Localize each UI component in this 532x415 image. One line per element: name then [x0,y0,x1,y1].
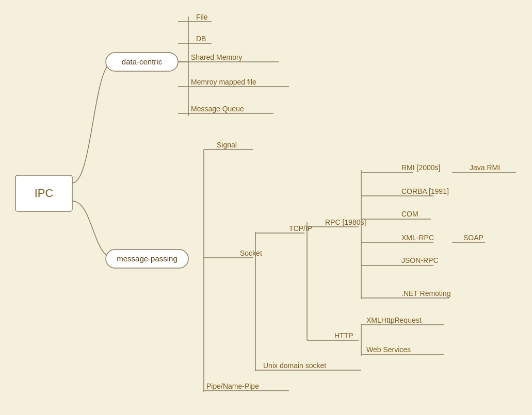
unix-label: Unix domain socket [263,361,326,370]
ipc-label: IPC [35,187,54,200]
rpc-label: RPC [1980s] [325,218,366,226]
tcpip-label: TCP/IP [289,224,312,233]
socket-label: Socket [240,249,262,257]
db-label: DB [196,35,206,43]
java-rmi-label: Java RMI [470,163,500,172]
message-passing-label: message-passing [117,254,178,263]
dotnet-label: .NET Remoting [401,289,450,297]
http-label: HTTP [334,331,353,340]
corba-label: CORBA [1991] [401,187,449,195]
pipe-label: Pipe/Name-Pipe [206,382,259,390]
shared-memory-label: Shared Memory [191,53,243,61]
message-queue-label: Message Queue [191,105,244,113]
com-label: COM [401,210,418,218]
jsonrpc-label: JSON-RPC [401,256,439,264]
data-centric-label: data-centric [122,57,163,66]
file-label: File [196,13,208,21]
memory-mapped-label: Memroy mapped file [191,78,256,86]
rmi-label: RMI [2000s] [401,163,440,172]
diagram-svg: IPC data-centric File DB Shared Memory M… [0,0,532,415]
line-to-message-passing [72,201,114,258]
xmlhttp-label: XMLHttpRequest [366,316,422,324]
webservices-label: Web Services [366,345,411,354]
xmlrpc-label: XML-RPC [401,234,434,242]
soap-label: SOAP [463,234,483,242]
signal-label: Signal [217,141,237,149]
line-to-data-centric [72,62,114,183]
